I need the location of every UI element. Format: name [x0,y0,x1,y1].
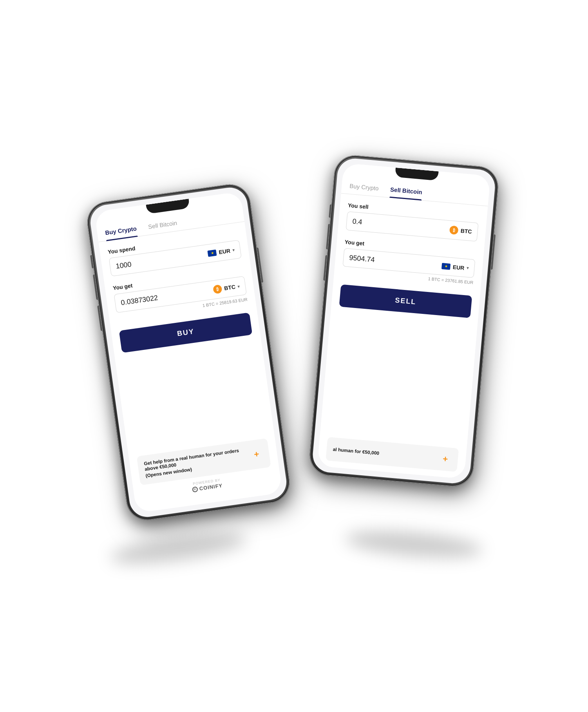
volume-down-button-2 [323,255,327,280]
btc-icon-1: ₿ [213,284,223,294]
sell-currency-label: BTC [460,227,472,234]
help-banner-2[interactable]: al human for €50,000 + [326,437,459,472]
phone2-inner: Buy Crypto Sell Bitcoin You sell 0.4 [311,157,496,484]
help-plus-icon-1[interactable]: + [249,447,263,461]
get-currency-label-2: EUR [452,263,465,271]
get-currency-label-1: BTC [224,283,236,291]
eu-star-2: ★ [445,264,448,268]
help-text-1: Get help from a real human for your orde… [143,447,246,472]
get-value-2: 9504.74 [349,254,442,270]
phone1-content: Buy Crypto Sell Bitcoin You spend 1000 [94,191,282,513]
btc-symbol-1: ₿ [216,286,219,292]
spend-currency-label: EUR [218,247,231,255]
phone2-shadow [344,526,483,562]
eu-flag-icon-2: ★ [441,263,450,270]
spend-chevron-icon: ▾ [232,248,235,252]
get-currency-selector-1[interactable]: ₿ BTC ▾ [213,282,240,294]
buy-button[interactable]: BUY [119,312,252,353]
volume-up-button [93,274,98,300]
btc-symbol-2: ₿ [452,228,455,232]
get-currency-selector-2[interactable]: ★ EUR ▾ [441,263,469,271]
spend-currency-selector[interactable]: ★ EUR ▾ [207,246,235,256]
btc-icon-2: ₿ [449,225,458,235]
phone2-content: Buy Crypto Sell Bitcoin You sell 0.4 [317,163,490,479]
phone2-screen: Buy Crypto Sell Bitcoin You sell 0.4 [317,163,490,479]
eu-star: ★ [210,251,213,255]
get-chevron-icon-2: ▾ [466,266,469,270]
phone1-shadow [109,527,248,569]
volume-down-button [97,305,102,331]
phone1-body: You spend 1000 ★ EUR ▾ [98,221,282,513]
coinify-circle-icon: © [192,486,198,492]
sell-value: 0.4 [352,217,450,234]
scene: Buy Crypto Sell Bitcoin You spend 1000 [98,160,490,552]
phone2-body: You sell 0.4 ₿ BTC You [317,193,487,478]
volume-mute-button [90,255,94,268]
volume-up-button-2 [326,224,330,249]
volume-mute-button-2 [329,204,331,217]
power-button-2 [491,234,496,270]
phone-2: Buy Crypto Sell Bitcoin You sell 0.4 [308,154,500,488]
get-chevron-icon-1: ▾ [237,284,240,288]
phone-1: Buy Crypto Sell Bitcoin You spend 1000 [84,181,292,522]
help-plus-icon-2[interactable]: + [438,452,452,466]
sell-button[interactable]: SELL [339,284,472,318]
phone1-screen: Buy Crypto Sell Bitcoin You spend 1000 [94,191,282,513]
eu-flag-icon: ★ [207,249,217,257]
help-text-2: al human for €50,000 [333,446,435,461]
tab-sell-bitcoin-2[interactable]: Sell Bitcoin [389,181,423,200]
phone1-inner: Buy Crypto Sell Bitcoin You spend 1000 [88,185,289,519]
tab-buy-crypto-2[interactable]: Buy Crypto [349,178,379,196]
sell-currency-selector[interactable]: ₿ BTC [449,225,472,236]
spend-value: 1000 [115,249,208,270]
